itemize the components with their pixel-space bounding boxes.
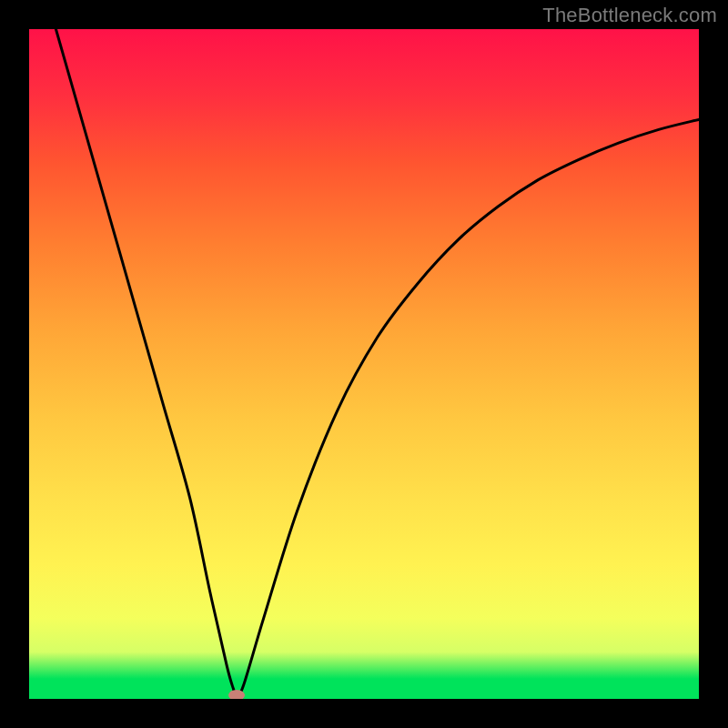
minimum-marker-dot [228, 690, 245, 699]
chart-frame: TheBottleneck.com [0, 0, 728, 728]
bottleneck-curve [29, 29, 699, 699]
plot-area [29, 29, 699, 699]
watermark-text: TheBottleneck.com [542, 4, 717, 27]
